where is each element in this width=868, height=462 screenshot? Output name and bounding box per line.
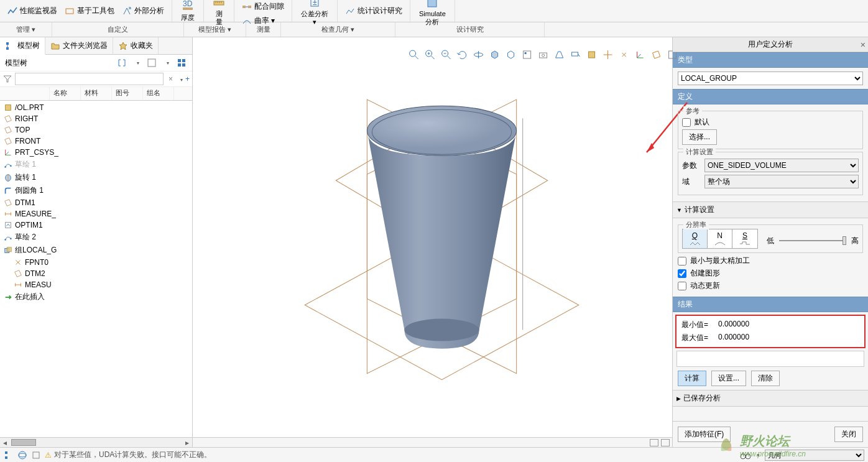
tree-item[interactable]: FPNT0: [0, 257, 192, 268]
tree-item[interactable]: TOP: [0, 124, 192, 136]
manage-menu[interactable]: 管理 ▾: [0, 22, 52, 37]
toolkit-icon: [65, 6, 75, 16]
svg-rect-3: [214, 1, 224, 5]
svg-point-71: [404, 319, 479, 341]
clear-button[interactable]: 清除: [751, 371, 780, 386]
tree-tool-4[interactable]: [161, 57, 172, 68]
tree-tool-2[interactable]: [131, 57, 142, 68]
sketch-icon: [4, 160, 12, 169]
col-blank: [0, 87, 50, 100]
col-group-name[interactable]: 组名: [143, 87, 174, 100]
res-q[interactable]: Q: [683, 229, 708, 248]
tree-tool-3[interactable]: [146, 57, 157, 68]
dynamic-update-checkbox[interactable]: [678, 282, 686, 290]
status-box-icon[interactable]: [31, 450, 41, 460]
tree-item[interactable]: FRONT: [0, 136, 192, 147]
tree-tool-1[interactable]: [116, 57, 127, 68]
close-button[interactable]: 关闭: [834, 427, 863, 442]
tree-item[interactable]: RIGHT: [0, 113, 192, 124]
toolkit-button[interactable]: 基于工具包: [62, 4, 117, 17]
status-globe-icon[interactable]: [17, 450, 27, 460]
saved-analysis-collapse[interactable]: ▶已保存分析: [673, 390, 868, 407]
tree-item[interactable]: 草绘 1: [0, 158, 192, 171]
tree-item[interactable]: 草绘 2: [0, 231, 192, 244]
tab-folder-browser[interactable]: 文件夹浏览器: [45, 37, 113, 54]
filter-dropdown[interactable]: [178, 75, 183, 83]
measure-button[interactable]: 测 量: [209, 0, 229, 27]
calc-settings-collapse[interactable]: ▼计算设置: [673, 201, 868, 218]
tree-item[interactable]: PRT_CSYS_: [0, 147, 192, 158]
tree-item[interactable]: 在此插入: [0, 290, 192, 303]
tree-item-label: RIGHT: [15, 114, 38, 123]
tree-item[interactable]: 旋转 1: [0, 171, 192, 184]
slider-low-label: 低: [767, 236, 774, 246]
tree-item[interactable]: MEASU: [0, 279, 192, 290]
filter-input[interactable]: [15, 73, 164, 85]
tolerance-label: 公差分析 ▾: [301, 10, 328, 25]
curvature-icon: [242, 16, 252, 26]
create-graph-label: 创建图形: [690, 268, 720, 279]
tree-item[interactable]: DTM2: [0, 268, 192, 279]
res-s[interactable]: S: [732, 229, 757, 248]
tab-folder-browser-label: 文件夹浏览器: [63, 40, 108, 51]
filter-icon[interactable]: [2, 74, 12, 84]
filter-add[interactable]: +: [185, 75, 190, 83]
slider-thumb[interactable]: [843, 236, 846, 245]
tree-item[interactable]: OPTIM1: [0, 219, 192, 231]
clearance-button[interactable]: 配合间隙: [239, 0, 287, 13]
tree-item[interactable]: 组LOCAL_G: [0, 244, 192, 257]
minmax-checkbox[interactable]: [678, 257, 686, 266]
min-label: 最小值=: [681, 320, 708, 330]
settings-button[interactable]: 设置...: [711, 371, 746, 386]
svg-point-27: [10, 165, 12, 167]
tree-tools: [116, 57, 187, 68]
simulate-icon: [426, 0, 438, 9]
tab-favorites[interactable]: 收藏夹: [113, 37, 159, 54]
res-n[interactable]: N: [708, 229, 732, 248]
domain-select[interactable]: 整个场: [704, 175, 859, 188]
curvature-button[interactable]: 曲率 ▾: [239, 14, 277, 27]
perf-monitor-button[interactable]: 性能监视器: [5, 4, 60, 17]
h-scrollbar[interactable]: ◂ ▸: [0, 437, 192, 447]
status-tree-icon[interactable]: [4, 450, 14, 460]
col-material[interactable]: 材料: [81, 87, 112, 100]
customize-menu[interactable]: 自定义: [52, 22, 184, 37]
scroll-thumb[interactable]: [11, 439, 36, 446]
default-checkbox[interactable]: [682, 118, 691, 127]
param-select[interactable]: ONE_SIDED_VOLUME: [704, 159, 859, 172]
canvas-footer-btn2[interactable]: [661, 439, 670, 446]
panel-close-button[interactable]: ×: [861, 40, 866, 50]
viewport[interactable]: [193, 37, 672, 447]
tolerance-button[interactable]: ±公差分析 ▾: [297, 0, 332, 27]
simulate-button[interactable]: Simulate 分析: [415, 0, 450, 27]
external-analysis-button[interactable]: 外部分析: [119, 4, 167, 17]
svg-rect-18: [178, 59, 181, 62]
type-select[interactable]: LOCAL_GROUP: [678, 72, 863, 85]
col-draw-no[interactable]: 图号: [112, 87, 143, 100]
res-slider[interactable]: [779, 240, 846, 241]
scroll-left[interactable]: ◂: [0, 438, 10, 447]
tree-item[interactable]: 倒圆角 1: [0, 184, 192, 197]
left-tabs: 模型树 文件夹浏览器 收藏夹: [0, 37, 192, 55]
ribbon-top: 性能监视器 基于工具包 外部分析 3D厚度 测 量 配合间隙 曲率 ▾ ±公差分…: [0, 0, 868, 22]
tree-tool-5[interactable]: [176, 57, 187, 68]
tab-model-tree[interactable]: 模型树: [0, 37, 45, 55]
tree-item[interactable]: MEASURE_: [0, 208, 192, 219]
create-graph-checkbox[interactable]: [678, 269, 686, 278]
svg-text:3D: 3D: [183, 0, 193, 8]
tree-item[interactable]: DTM1: [0, 197, 192, 208]
select-button[interactable]: 选择...: [682, 129, 717, 145]
thickness-button[interactable]: 3D厚度: [177, 0, 198, 23]
col-name[interactable]: 名称: [50, 87, 81, 100]
canvas-footer-btn1[interactable]: [650, 439, 658, 446]
scroll-right[interactable]: ▸: [182, 438, 192, 447]
section-results: 结果: [673, 297, 868, 312]
filter-clear[interactable]: ×: [166, 75, 175, 83]
action-row: 计算 设置... 清除: [673, 367, 868, 390]
stat-study-button[interactable]: 统计设计研究: [343, 4, 405, 17]
compute-button[interactable]: 计算: [678, 371, 706, 386]
model-tree[interactable]: /OL.PRTRIGHTTOPFRONTPRT_CSYS_草绘 1旋转 1倒圆角…: [0, 101, 192, 437]
3d-canvas[interactable]: [193, 37, 672, 448]
stat-study-icon: [345, 6, 355, 16]
tree-item[interactable]: /OL.PRT: [0, 102, 192, 113]
